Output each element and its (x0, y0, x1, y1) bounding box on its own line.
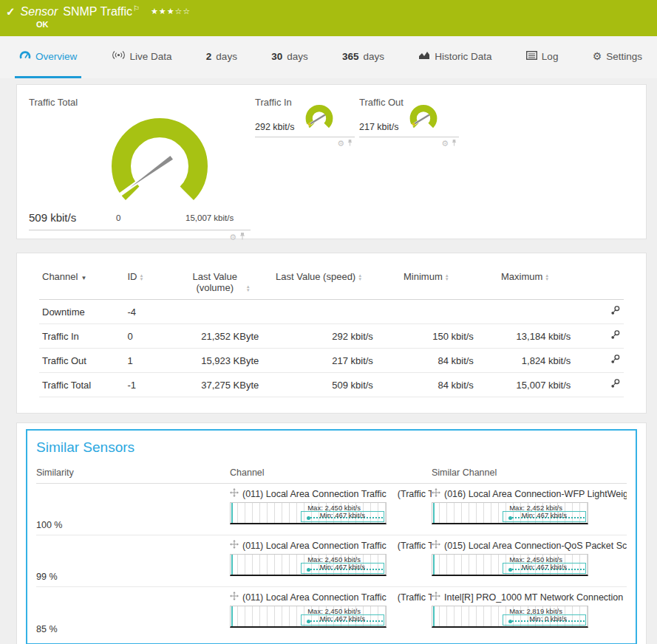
status-check-icon: ✓ (6, 5, 16, 18)
graph-min-label: Min: 467 kbit/s (522, 511, 567, 519)
channel-link[interactable]: (011) Local Area Connection Traffic (Tra… (230, 539, 432, 552)
status-badge: OK (36, 20, 650, 29)
gauge-icon (19, 50, 31, 62)
move-icon[interactable] (432, 488, 440, 499)
sensor-name: SNMP Traffic⚐ (63, 4, 140, 18)
last-value-volume: 37,275 KByte (174, 373, 262, 397)
table-row: Traffic In 0 21,352 KByte 292 kbit/s 150… (39, 324, 624, 349)
similar-channel-mini-graph[interactable]: Max: 2,450 kbit/s Min: 467 kbit/s (432, 554, 588, 576)
chart-icon (418, 50, 430, 62)
channel-settings-icon[interactable] (610, 356, 621, 367)
move-icon[interactable] (230, 488, 239, 499)
col-header-last-value-volume[interactable]: Last Value (volume)▲▼ (174, 268, 262, 300)
traffic-in-value: 292 kbit/s (255, 122, 295, 132)
sort-icon: ▲▼ (545, 274, 549, 281)
sort-icon: ▲▼ (246, 285, 251, 292)
gauge-traffic-total[interactable]: Traffic Total 0 15,007 kbit/s 509 kbit/s… (29, 95, 251, 228)
gauge-title: Traffic Out (359, 97, 404, 108)
tab-bar: Overview Live Data 2 days 30 days 365 da… (0, 36, 657, 78)
gear-icon: ⚙ (593, 50, 602, 62)
table-row: Downtime -4 (39, 300, 624, 324)
priority-stars[interactable]: ★★★☆☆ (151, 7, 191, 16)
divider (359, 137, 459, 137)
last-value-speed: 509 kbit/s (262, 373, 376, 397)
tab-live-data[interactable]: Live Data (107, 36, 177, 78)
pin-icon[interactable] (239, 232, 246, 242)
last-value-volume: 15,923 KByte (174, 349, 262, 373)
gear-icon[interactable]: ⚙ (229, 233, 236, 242)
similar-channel-link[interactable]: Intel[R] PRO_1000 MT Network Connection … (432, 591, 627, 603)
sort-icon: ▲▼ (445, 274, 449, 281)
gauge-scale-max: 15,007 kbit/s (185, 213, 234, 222)
channel-name: Traffic Total (39, 373, 125, 397)
gear-icon[interactable]: ⚙ (337, 139, 344, 148)
similar-sensor-row: 99 % (011) Local Area Connection Traffic… (36, 535, 627, 587)
tab-overview[interactable]: Overview (15, 36, 81, 78)
live-signal-icon (112, 50, 126, 62)
channel-name: Traffic In (39, 324, 125, 349)
similarity-value: 85 % (36, 624, 58, 634)
minimum-value: 84 kbit/s (376, 373, 477, 397)
move-icon[interactable] (432, 540, 440, 551)
col-header-id[interactable]: ID▲▼ (125, 268, 175, 300)
tab-30-days[interactable]: 30 days (267, 36, 313, 78)
tab-365-days[interactable]: 365 days (338, 36, 389, 78)
tab-historic-data[interactable]: Historic Data (414, 36, 496, 78)
col-header-minimum[interactable]: Minimum▲▼ (376, 268, 477, 300)
move-icon[interactable] (432, 592, 440, 603)
table-row: Traffic Out 1 15,923 KByte 217 kbit/s 84… (39, 349, 624, 373)
traffic-in-gauge-graphic[interactable] (302, 100, 336, 134)
channel-settings-icon[interactable] (610, 380, 621, 391)
channel-settings-icon[interactable] (610, 332, 621, 343)
tab-2-days[interactable]: 2 days (202, 36, 242, 78)
channel-mini-graph[interactable]: Max: 2,450 kbit/s Min: 467 kbit/s (230, 554, 387, 576)
channel-link[interactable]: (011) Local Area Connection Traffic (Tra… (230, 487, 432, 500)
last-value-speed: 217 kbit/s (262, 349, 376, 373)
gauge-scale-min: 0 (116, 213, 120, 222)
divider (29, 230, 251, 230)
traffic-total-value: 509 kbit/s (29, 211, 76, 224)
col-header-actions (573, 268, 624, 300)
gauge-title: Traffic In (255, 97, 292, 108)
gauge-traffic-out[interactable]: Traffic Out 217 kbit/s ⚙ (359, 95, 459, 228)
channel-mini-graph[interactable]: Max: 2,450 kbit/s Min: 467 kbit/s (230, 606, 387, 628)
graph-min-label: Min: 0 kbit/s (529, 614, 567, 623)
channel-mini-graph[interactable]: Max: 2,450 kbit/s Min: 467 kbit/s (230, 502, 387, 524)
col-header-maximum[interactable]: Maximum▲▼ (477, 268, 573, 300)
gear-icon[interactable]: ⚙ (441, 139, 449, 148)
col-header-channel[interactable]: Channel▼ (39, 268, 125, 300)
channel-link[interactable]: (011) Local Area Connection Traffic (Tra… (230, 591, 432, 603)
similar-channel-mini-graph[interactable]: Max: 2,452 kbit/s Min: 467 kbit/s (432, 502, 588, 524)
col-header-similar-channel: Similar Channel (432, 467, 627, 478)
similar-sensors-box: Similar Sensors Similarity Channel Simil… (26, 429, 637, 644)
maximum-value: 13,184 kbit/s (477, 324, 573, 349)
col-header-channel: Channel (230, 467, 432, 478)
channel-settings-icon[interactable] (610, 307, 621, 318)
similar-channel-link[interactable]: (016) Local Area Connection-WFP LightWei… (432, 487, 627, 500)
similar-table-header: Similarity Channel Similar Channel (36, 467, 627, 484)
tab-log[interactable]: Log (522, 36, 563, 78)
last-value-speed (262, 300, 376, 324)
pin-icon[interactable] (451, 139, 457, 148)
similar-channel-link[interactable]: (015) Local Area Connection-QoS Packet S… (432, 539, 627, 552)
move-icon[interactable] (230, 592, 239, 603)
col-header-last-value-speed[interactable]: Last Value (speed)▲▼ (262, 268, 376, 300)
gauges-panel: Traffic Total 0 15,007 kbit/s 509 kbit/s… (16, 84, 647, 239)
flag-icon: ⚐ (133, 4, 140, 13)
log-list-icon (526, 51, 537, 62)
maximum-value: 15,007 kbit/s (477, 373, 573, 397)
channel-id: 0 (125, 324, 175, 349)
channel-id: -4 (125, 300, 175, 324)
channel-table-panel: Channel▼ ID▲▼ Last Value (volume)▲▼ Last… (16, 253, 647, 414)
traffic-out-value: 217 kbit/s (359, 122, 399, 132)
gauge-traffic-in[interactable]: Traffic In 292 kbit/s ⚙ (255, 95, 355, 228)
traffic-total-gauge-graphic[interactable] (97, 107, 222, 218)
tab-settings[interactable]: ⚙ Settings (588, 36, 647, 78)
move-icon[interactable] (230, 540, 239, 551)
last-value-volume (174, 300, 262, 324)
similar-channel-mini-graph[interactable]: Max: 2,819 kbit/s Min: 0 kbit/s (432, 606, 588, 628)
table-row: Traffic Total -1 37,275 KByte 509 kbit/s… (39, 373, 624, 397)
sort-desc-icon: ▼ (81, 275, 86, 281)
pin-icon[interactable] (347, 139, 353, 148)
traffic-out-gauge-graphic[interactable] (406, 100, 440, 134)
